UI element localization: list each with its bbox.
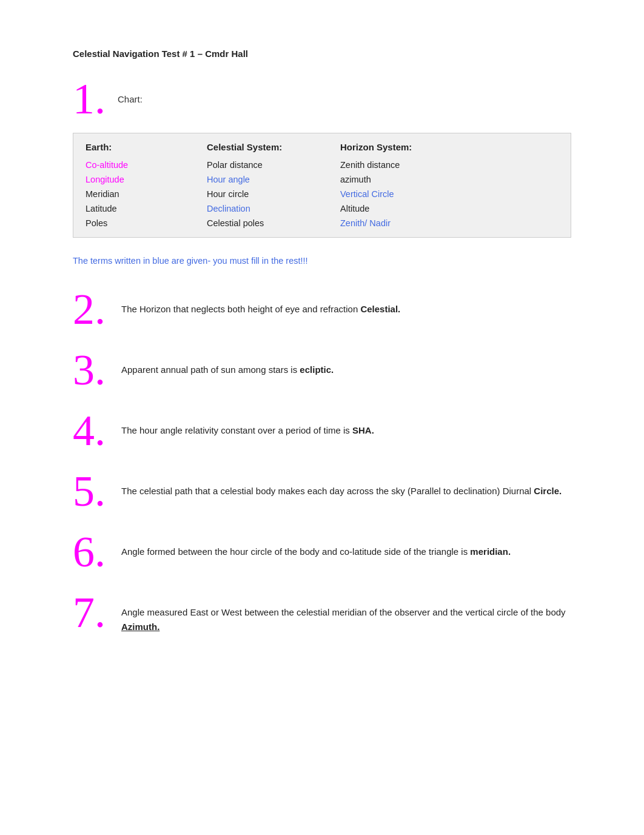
- horizon-row-4: Altitude: [340, 203, 474, 214]
- questions-container: 2.The Horizon that neglects both height …: [73, 287, 571, 634]
- question-3-text: Apparent annual path of sun among stars …: [121, 348, 334, 377]
- question-2-text: The Horizon that neglects both height of…: [121, 287, 400, 317]
- question-7: 7.Angle measured East or West between th…: [73, 591, 571, 634]
- question-6-number: 6.: [73, 530, 109, 574]
- question-4-number: 4.: [73, 409, 109, 452]
- celestial-row-3: Hour circle: [207, 189, 340, 200]
- question-3: 3.Apparent annual path of sun among star…: [73, 348, 571, 392]
- earth-row-1: Co-altitude: [86, 159, 207, 170]
- question-6-text: Angle formed between the hour circle of …: [121, 530, 511, 559]
- question-6-answer: meridian.: [470, 546, 511, 557]
- question-1-label: Chart:: [118, 94, 143, 104]
- table-grid: Earth: Celestial System: Horizon System:…: [86, 142, 558, 229]
- col-header-celestial: Celestial System:: [207, 142, 340, 152]
- page-title: Celestial Navigation Test # 1 – Cmdr Hal…: [73, 49, 571, 59]
- earth-row-5: Poles: [86, 218, 207, 229]
- question-7-number: 7.: [73, 591, 109, 634]
- question-7-answer: Azimuth.: [121, 622, 159, 632]
- question-3-number: 3.: [73, 348, 109, 392]
- question-2-answer: Celestial.: [360, 304, 400, 314]
- question-4-text: The hour angle relativity constant over …: [121, 409, 374, 438]
- col-header-horizon: Horizon System:: [340, 142, 474, 152]
- horizon-row-1: Zenith distance: [340, 159, 474, 170]
- celestial-row-5: Celestial poles: [207, 218, 340, 229]
- question-5-text: The celestial path that a celestial body…: [121, 469, 562, 498]
- horizon-row-3: Vertical Circle: [340, 189, 474, 200]
- question-1-number: 1.: [73, 77, 106, 121]
- question-5: 5.The celestial path that a celestial bo…: [73, 469, 571, 513]
- question-2-number: 2.: [73, 287, 109, 331]
- question-7-text: Angle measured East or West between the …: [121, 591, 571, 634]
- question-1-header: 1. Chart:: [73, 77, 571, 121]
- earth-row-3: Meridian: [86, 189, 207, 200]
- question-6: 6.Angle formed between the hour circle o…: [73, 530, 571, 574]
- question-4-answer: SHA.: [352, 425, 374, 435]
- question-2: 2.The Horizon that neglects both height …: [73, 287, 571, 331]
- horizon-row-5: Zenith/ Nadir: [340, 218, 474, 229]
- celestial-row-1: Polar distance: [207, 159, 340, 170]
- horizon-row-2: azimuth: [340, 174, 474, 185]
- instructions-text: The terms written in blue are given- you…: [73, 256, 571, 266]
- question-5-answer: Circle.: [534, 486, 562, 496]
- question-5-number: 5.: [73, 469, 109, 513]
- question-4: 4.The hour angle relativity constant ove…: [73, 409, 571, 452]
- celestial-row-2: Hour angle: [207, 174, 340, 185]
- chart-table: Earth: Celestial System: Horizon System:…: [73, 133, 571, 238]
- earth-row-4: Latitude: [86, 203, 207, 214]
- celestial-row-4: Declination: [207, 203, 340, 214]
- earth-row-2: Longitude: [86, 174, 207, 185]
- col-header-earth: Earth:: [86, 142, 207, 152]
- question-3-answer: ecliptic.: [300, 364, 334, 375]
